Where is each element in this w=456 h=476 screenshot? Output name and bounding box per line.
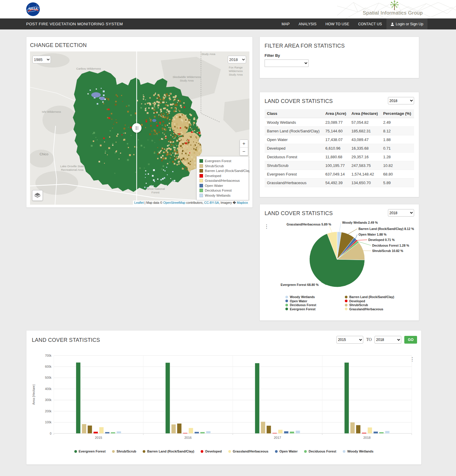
attribution-link[interactable]: Leaflet xyxy=(134,201,144,204)
svg-text:600k: 600k xyxy=(45,365,52,368)
bar-2016[interactable] xyxy=(177,423,182,433)
comparison-map[interactable]: Caribou WildernessIshi WildernessSkedadd… xyxy=(30,51,249,205)
bar-legend-item[interactable]: Woody Wetlands xyxy=(343,450,373,453)
pie-legend-item[interactable]: Developed xyxy=(345,299,419,303)
zoom-in-button[interactable]: + xyxy=(240,140,248,148)
bar-2017[interactable] xyxy=(284,431,288,434)
stats-table-title: LAND COVER STATISTICS xyxy=(265,98,333,104)
bar-2017[interactable] xyxy=(295,430,300,433)
bar-2018[interactable] xyxy=(350,422,355,434)
legend-dot xyxy=(74,450,77,453)
bar-2016[interactable] xyxy=(194,432,199,433)
bar-2018[interactable] xyxy=(368,428,372,433)
right-year-select[interactable]: 2018 xyxy=(228,56,246,63)
bar-2016[interactable] xyxy=(183,433,187,433)
bar-2018[interactable] xyxy=(362,433,366,434)
bar-2017[interactable] xyxy=(255,363,260,434)
bar-2018[interactable] xyxy=(385,431,389,433)
pie-chart: Woody Wetlands 2.49 %Barren Land (Rock/S… xyxy=(265,218,414,295)
compare-slider-handle[interactable] xyxy=(132,123,141,133)
bar-legend-item[interactable]: Shrub/Scrub xyxy=(112,450,136,453)
nasa-logo[interactable]: NASA xyxy=(26,2,40,16)
pie-legend-item[interactable]: Open Water xyxy=(285,299,345,303)
stats-year-select[interactable]: 2018 xyxy=(388,97,414,104)
bar-2017[interactable] xyxy=(272,433,277,433)
bar-2017[interactable] xyxy=(261,422,265,433)
legend-dot xyxy=(228,450,231,453)
to-year-select[interactable]: 2018 xyxy=(375,336,401,344)
bar-2015[interactable] xyxy=(117,431,121,433)
filter-area-card: FILTER AREA FOR STATISTICS Filter By xyxy=(260,37,419,78)
legend-label: Open Water xyxy=(290,299,307,303)
bar-2015[interactable] xyxy=(93,432,98,433)
bar-legend-item[interactable]: Barren Land (Rock/Sand/Clay) xyxy=(143,450,194,453)
login-button[interactable]: Login or Sign Up xyxy=(386,18,427,29)
nav-item-how-to-use[interactable]: HOW TO USE xyxy=(321,18,354,29)
bar-2016[interactable] xyxy=(206,431,210,433)
bar-legend-item[interactable]: Developed xyxy=(201,450,222,453)
table-row: Grassland/Herbaceous54,492.39134,650.705… xyxy=(265,178,414,187)
pie-legend-item[interactable]: Evergreen Forest xyxy=(285,307,345,311)
attribution-link[interactable]: Mapbox xyxy=(237,201,248,204)
pie-legend-item[interactable]: Grassland/Herbaceous xyxy=(345,307,419,311)
bar-2016[interactable] xyxy=(200,432,205,433)
legend-dot xyxy=(343,450,345,453)
column-header: Area (Hectare) xyxy=(349,109,381,118)
pie-legend-item[interactable]: Barren Land (Rock/Sand/Clay) xyxy=(345,295,419,299)
legend-label: Shrub/Scrub xyxy=(205,164,224,168)
filter-by-select[interactable] xyxy=(265,60,309,67)
legend-label: Developed xyxy=(205,450,222,453)
bar-2017[interactable] xyxy=(278,430,283,433)
pie-legend-item[interactable]: Shrub/Scrub xyxy=(345,303,419,307)
bar-2015[interactable] xyxy=(99,427,104,433)
bar-2016[interactable] xyxy=(166,363,170,433)
zoom-out-button[interactable]: − xyxy=(240,148,248,155)
sig-logo[interactable]: Spatial Informatics Group xyxy=(363,0,423,18)
pie-year-select[interactable]: 2018 xyxy=(388,209,414,217)
svg-text:500k: 500k xyxy=(45,376,52,379)
bar-legend-item[interactable]: Open Water xyxy=(275,450,298,453)
bar-2018[interactable] xyxy=(345,363,349,433)
legend-dot xyxy=(285,296,288,298)
bar-2016[interactable] xyxy=(171,424,176,433)
nav-item-map[interactable]: MAP xyxy=(277,18,294,29)
legend-label: Barren Land (Rock/Sand/Clay) xyxy=(205,169,249,173)
zoom-control: + − xyxy=(240,140,248,156)
bar-2018[interactable] xyxy=(373,432,378,434)
map-legend-item: Shrub/Scrub xyxy=(199,164,245,169)
chart-context-menu-icon[interactable]: ⋮ xyxy=(410,357,415,362)
nav-item-contact-us[interactable]: CONTACT US xyxy=(354,18,386,29)
bar-legend-item[interactable]: Deciduous Forest xyxy=(304,450,336,453)
bar-2015[interactable] xyxy=(111,432,115,433)
bar-2015[interactable] xyxy=(76,362,81,433)
bar-2018[interactable] xyxy=(356,425,361,433)
map-legend-item: Barren Land (Rock/Sand/Clay) xyxy=(199,168,245,173)
landcover-stats-bar-card: LAND COVER STATISTICS 2015 TO 2018 GO ⋮ … xyxy=(26,330,422,465)
go-button[interactable]: GO xyxy=(404,336,417,344)
legend-label: Woody Wetlands xyxy=(290,295,315,299)
bar-2015[interactable] xyxy=(105,432,109,433)
bar-legend-item[interactable]: Grassland/Herbaceous xyxy=(228,450,268,453)
legend-label: Grassland/Herbaceous xyxy=(233,450,268,453)
bar-2017[interactable] xyxy=(290,432,294,433)
attribution-link[interactable]: CC-BY-SA xyxy=(204,201,219,204)
bar-2015[interactable] xyxy=(88,425,92,433)
legend-swatch xyxy=(199,164,203,168)
bar-2015[interactable] xyxy=(82,424,86,433)
legend-dot xyxy=(143,450,145,453)
left-year-select[interactable]: 1985 xyxy=(32,56,51,63)
bar-legend-item[interactable]: Evergreen Forest xyxy=(74,450,106,453)
bar-2016[interactable] xyxy=(189,428,193,433)
x-axis-category: 2018 xyxy=(363,436,370,439)
table-row: Woody Wetlands23,089.7757,054.822.49 xyxy=(265,118,414,127)
nav-item-analysis[interactable]: ANALYSIS xyxy=(294,18,321,29)
bar-2018[interactable] xyxy=(379,432,384,433)
bar-2017[interactable] xyxy=(267,426,271,433)
pie-legend-item[interactable]: Deciduous Forest xyxy=(285,303,345,307)
table-row: Open Water17,438.0743,089.471.88 xyxy=(265,135,414,144)
from-year-select[interactable]: 2015 xyxy=(337,336,363,344)
attribution-link[interactable]: OpenStreetMap xyxy=(163,201,185,204)
map-legend-item: Evergreen Forest xyxy=(199,159,245,164)
layers-control[interactable] xyxy=(32,190,43,201)
pie-legend-item[interactable]: Woody Wetlands xyxy=(285,295,345,299)
